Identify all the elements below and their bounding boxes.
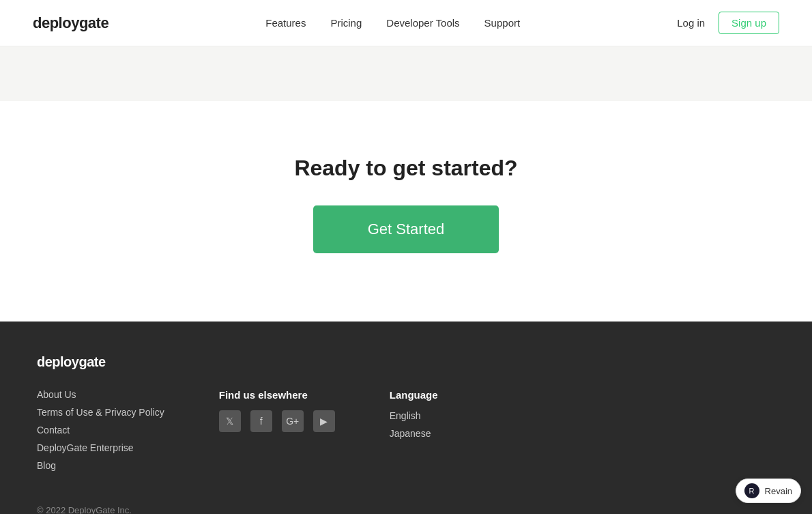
- twitter-icon[interactable]: 𝕏: [219, 410, 241, 432]
- revain-icon: R: [744, 483, 759, 498]
- nav-pricing[interactable]: Pricing: [330, 17, 362, 29]
- language-title: Language: [390, 389, 438, 401]
- nav-support[interactable]: Support: [484, 17, 521, 29]
- social-icons: 𝕏 f G+ ▶: [219, 410, 335, 439]
- footer-contact[interactable]: Contact: [37, 425, 164, 436]
- revain-badge[interactable]: R Revain: [736, 479, 801, 503]
- footer: deploygate About Us Terms of Use & Priva…: [0, 322, 812, 514]
- footer-terms[interactable]: Terms of Use & Privacy Policy: [37, 407, 164, 418]
- google-plus-icon[interactable]: G+: [282, 410, 304, 432]
- footer-logo-text: deploygate: [37, 354, 106, 369]
- revain-label: Revain: [765, 486, 792, 496]
- lang-english[interactable]: English: [390, 410, 438, 421]
- lang-japanese[interactable]: Japanese: [390, 428, 438, 439]
- footer-about-us[interactable]: About Us: [37, 389, 164, 400]
- facebook-icon[interactable]: f: [250, 410, 272, 432]
- top-strip: [0, 46, 812, 101]
- cta-section: Ready to get started? Get Started: [0, 101, 812, 322]
- nav-features[interactable]: Features: [265, 17, 306, 29]
- signup-button[interactable]: Sign up: [719, 12, 779, 34]
- footer-nav-col: About Us Terms of Use & Privacy Policy C…: [37, 389, 164, 478]
- get-started-button[interactable]: Get Started: [313, 205, 499, 253]
- nav-links: Features Pricing Developer Tools Support: [265, 17, 520, 29]
- footer-grid: About Us Terms of Use & Privacy Policy C…: [37, 389, 775, 478]
- nav-developer-tools[interactable]: Developer Tools: [386, 17, 459, 29]
- footer-blog[interactable]: Blog: [37, 460, 164, 471]
- footer-copyright: © 2022 DeployGate Inc.: [37, 505, 775, 514]
- footer-language-col: Language English Japanese: [390, 389, 438, 478]
- nav-actions: Log in Sign up: [677, 12, 779, 34]
- logo-text: deploygate: [33, 14, 108, 32]
- cta-heading: Ready to get started?: [294, 156, 517, 181]
- footer-find-us-col: Find us elsewhere 𝕏 f G+ ▶: [219, 389, 335, 478]
- youtube-icon[interactable]: ▶: [313, 410, 335, 432]
- nav-logo: deploygate: [33, 14, 108, 32]
- footer-logo: deploygate: [37, 354, 775, 370]
- find-us-title: Find us elsewhere: [219, 389, 335, 401]
- login-link[interactable]: Log in: [677, 17, 705, 29]
- footer-enterprise[interactable]: DeployGate Enterprise: [37, 442, 164, 453]
- navbar: deploygate Features Pricing Developer To…: [0, 0, 812, 46]
